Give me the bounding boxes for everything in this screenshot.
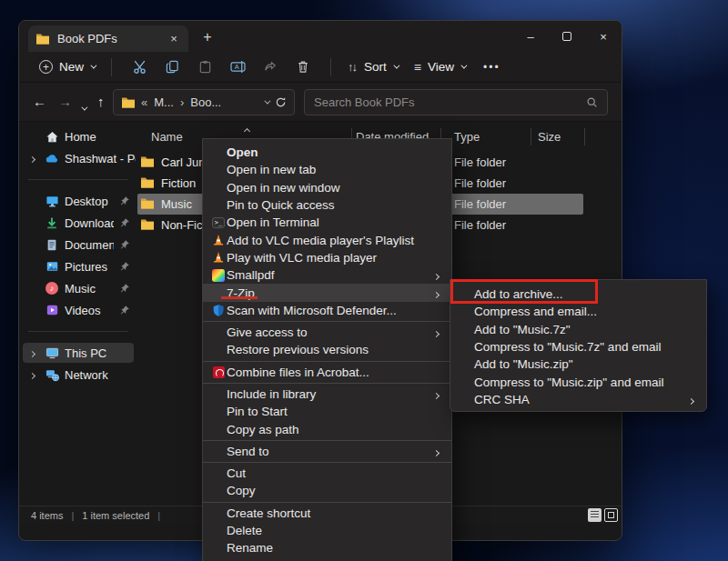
tab-close-icon[interactable]: ×	[167, 32, 181, 45]
sidebar-item-home[interactable]: Home	[19, 125, 136, 147]
address-dropdown-icon[interactable]	[264, 98, 270, 105]
submenu-item-crc-sha[interactable]: CRC SHA	[450, 391, 706, 408]
menu-item-label: Pin to Start	[210, 405, 442, 418]
chevron-right-icon[interactable]	[30, 153, 39, 164]
menu-item-open-in-new-tab[interactable]: Open in new tab	[203, 161, 451, 178]
forward-button[interactable]: →	[58, 94, 72, 109]
tab-book-pdfs[interactable]: Book PDFs ×	[28, 25, 188, 52]
sort-arrows-icon: ↑↓	[348, 60, 356, 74]
paste-button[interactable]	[194, 56, 216, 78]
menu-item-label: Add to "Music.zip"	[458, 357, 697, 371]
sidebar-item-desktop[interactable]: Desktop	[19, 190, 136, 212]
sidebar-item-this-pc[interactable]: This PC	[19, 342, 136, 364]
menu-item-delete[interactable]: Delete	[203, 522, 451, 539]
column-header-size[interactable]: Size	[538, 130, 561, 144]
view-button[interactable]: ≡ View	[409, 56, 470, 78]
column-divider[interactable]	[584, 128, 585, 145]
menu-item-copy[interactable]: Copy	[203, 482, 451, 499]
home-icon	[45, 129, 59, 144]
sidebar-item-label: Network	[65, 368, 136, 382]
maximize-button[interactable]	[549, 21, 585, 52]
sidebar-item-label: This PC	[65, 346, 136, 360]
menu-item-copy-as-path[interactable]: Copy as path	[203, 420, 451, 437]
sidebar-item-pictures[interactable]: Pictures	[19, 255, 136, 277]
large-icons-view-toggle[interactable]	[604, 508, 618, 522]
recent-locations-button[interactable]	[81, 98, 86, 114]
onedrive-icon	[45, 151, 59, 165]
menu-item-pin-to-quick-access[interactable]: Pin to Quick access	[203, 196, 451, 214]
downloads-icon	[45, 215, 59, 230]
up-button[interactable]: ↑	[97, 94, 105, 109]
defender-shield-icon	[210, 303, 227, 317]
sidebar-item-downloads[interactable]: Downloads	[19, 212, 136, 234]
share-button[interactable]	[259, 56, 281, 78]
menu-item-send-to[interactable]: Send to	[203, 443, 451, 460]
column-divider[interactable]	[531, 128, 531, 145]
menu-item-label: Open	[210, 145, 442, 159]
search-input[interactable]	[314, 95, 586, 109]
submenu-item-compress-and-email[interactable]: Compress and email...	[450, 303, 706, 320]
sidebar-item-label: Documents	[65, 238, 114, 252]
column-header-type[interactable]: Type	[454, 130, 480, 144]
submenu-item-add-to-music-7z[interactable]: Add to "Music.7z"	[450, 321, 706, 338]
rename-button[interactable]: A	[227, 56, 248, 78]
search-icon[interactable]	[586, 96, 598, 108]
chevron-right-icon[interactable]	[30, 369, 39, 380]
sort-button[interactable]: ↑↓ Sort	[342, 56, 403, 77]
folder-icon	[140, 218, 156, 232]
submenu-item-compress-to-music-7z-and-email[interactable]: Compress to "Music.7z" and email	[450, 338, 706, 356]
column-header-name[interactable]: Name	[151, 130, 183, 144]
breadcrumb-segment[interactable]: M...	[154, 95, 174, 109]
scissors-button[interactable]	[128, 56, 150, 78]
sidebar-item-music[interactable]: ♪Music	[19, 277, 136, 299]
close-button[interactable]: ×	[585, 21, 622, 52]
details-view-toggle[interactable]	[588, 508, 602, 522]
file-type: File folder	[454, 176, 506, 190]
menu-item-cut[interactable]: Cut	[203, 465, 451, 482]
menu-item-pin-to-start[interactable]: Pin to Start	[203, 403, 451, 420]
delete-button[interactable]	[292, 56, 314, 78]
menu-item-smallpdf[interactable]: Smallpdf	[203, 266, 451, 284]
breadcrumb-collapse[interactable]: «	[141, 95, 147, 109]
plus-circle-icon: +	[39, 60, 53, 74]
menu-item-open-in-new-window[interactable]: Open in new window	[203, 179, 451, 196]
menu-item-combine-files-in-acrobat[interactable]: Combine files in Acrobat...	[203, 364, 451, 381]
new-tab-button[interactable]: +	[196, 26, 219, 48]
menu-item-open[interactable]: Open	[203, 144, 451, 161]
menu-item-play-with-vlc-media-player[interactable]: Play with VLC media player	[203, 249, 451, 266]
menu-item-label: Add to "Music.7z"	[458, 323, 697, 336]
address-breadcrumb-box[interactable]: « M... › Boo...	[113, 89, 295, 115]
submenu-item-compress-to-music-zip-and-email[interactable]: Compress to "Music.zip" and email	[450, 373, 706, 390]
menu-item-create-shortcut[interactable]: Create shortcut	[203, 505, 451, 522]
sidebar-item-label: Videos	[65, 304, 114, 317]
sidebar-item-label: Pictures	[65, 260, 114, 274]
file-type: File folder	[454, 197, 506, 211]
chevron-right-icon[interactable]	[30, 347, 39, 358]
sidebar-item-network[interactable]: Network	[19, 364, 136, 386]
address-bar-row: ← → ↑ « M... › Boo...	[19, 83, 622, 122]
more-options-button[interactable]: •••	[483, 61, 500, 74]
minimize-button[interactable]: –	[512, 21, 549, 52]
vlc-cone-icon	[210, 250, 227, 265]
toolbar-divider	[330, 58, 331, 76]
new-button[interactable]: + New	[34, 56, 100, 77]
breadcrumb-segment[interactable]: Boo...	[190, 95, 221, 109]
menu-item-open-in-terminal[interactable]: >_Open in Terminal	[203, 214, 451, 231]
menu-divider	[203, 502, 451, 503]
back-button[interactable]: ←	[33, 94, 46, 109]
copy-button[interactable]	[161, 56, 183, 78]
file-type: File folder	[454, 155, 506, 169]
terminal-icon: >_	[210, 215, 227, 230]
menu-item-restore-previous-versions[interactable]: Restore previous versions	[203, 341, 451, 358]
refresh-button[interactable]	[275, 96, 287, 108]
menu-item-include-in-library[interactable]: Include in library	[203, 386, 451, 403]
submenu-item-add-to-music-zip[interactable]: Add to "Music.zip"	[450, 356, 706, 373]
menu-item-give-access-to[interactable]: Give access to	[203, 324, 451, 341]
sidebar-item-videos[interactable]: Videos	[19, 299, 136, 321]
menu-item-label: Copy as path	[210, 423, 442, 436]
menu-item-add-to-vlc-media-player-s-playlist[interactable]: Add to VLC media player's Playlist	[203, 231, 451, 248]
menu-item-scan-with-microsoft-defender[interactable]: Scan with Microsoft Defender...	[203, 302, 451, 319]
menu-item-rename[interactable]: Rename	[203, 539, 451, 556]
sidebar-item-documents[interactable]: Documents	[19, 234, 136, 255]
sidebar-item-shashwat-pe[interactable]: Shashwat - Pe	[19, 147, 136, 169]
